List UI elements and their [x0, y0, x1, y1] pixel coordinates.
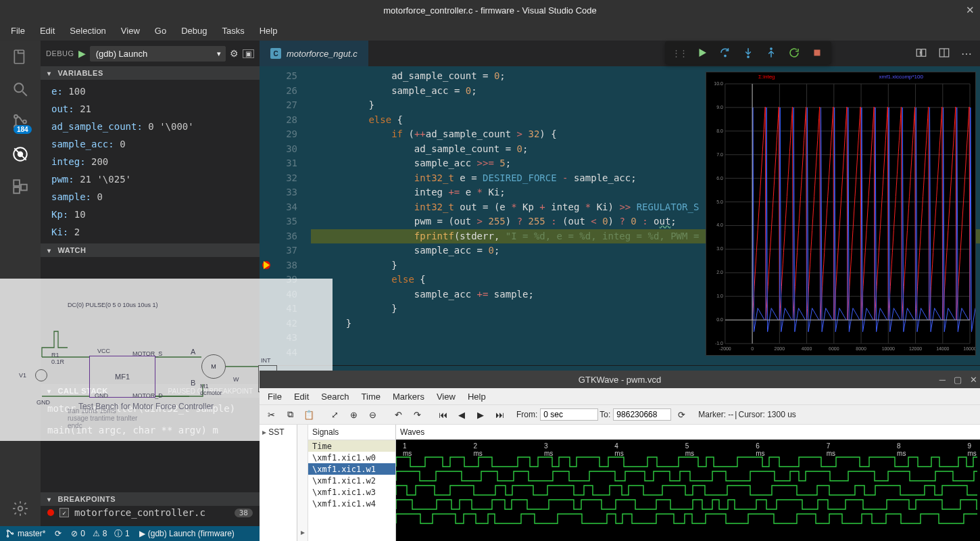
debug-toolbar[interactable]: ⋮⋮ — [665, 41, 831, 64]
variable-row[interactable]: pwm: 21 '\025' — [51, 170, 260, 188]
compare-icon[interactable] — [915, 47, 927, 61]
gtk-max-icon[interactable]: ▢ — [954, 375, 962, 385]
menu-view[interactable]: View — [114, 23, 147, 39]
gtk-menu-file[interactable]: File — [262, 390, 287, 403]
variables-header[interactable]: VARIABLES — [41, 66, 260, 80]
gtk-sst-resize[interactable]: ▸ — [297, 425, 308, 541]
window-close-button[interactable]: ✕ — [966, 4, 975, 16]
variable-row[interactable]: ad_sample_count: 0 '\000' — [51, 118, 260, 135]
step-over-button[interactable] — [715, 43, 735, 62]
debug-console-icon[interactable]: ▣ — [243, 49, 254, 58]
gtk-from-input[interactable] — [540, 408, 598, 421]
svg-text:12000: 12000 — [909, 346, 922, 351]
variable-row[interactable]: e: 100 — [51, 83, 260, 100]
search-icon[interactable] — [11, 80, 30, 99]
gtk-menu-edit[interactable]: Edit — [289, 390, 314, 403]
menubar: File Edit Selection View Go Debug Tasks … — [0, 20, 980, 41]
schematic-vsource-icon — [35, 369, 47, 381]
gtk-min-icon[interactable]: ─ — [939, 375, 946, 385]
breakpoints-header[interactable]: BREAKPOINTS — [41, 492, 260, 506]
svg-text:14000: 14000 — [936, 346, 949, 351]
gtk-menu-help[interactable]: Help — [462, 390, 491, 403]
gtkwave-titlebar: GTKWave - pwm.vcd ─ ▢ ✕ — [260, 371, 980, 388]
gtk-menu-time[interactable]: Time — [356, 390, 386, 403]
status-debug-target[interactable]: ▶ (gdb) Launch (firmware) — [139, 529, 235, 538]
split-editor-icon[interactable] — [938, 47, 950, 61]
gtk-signal-row[interactable]: \xmf1.xic1.w2 — [308, 475, 395, 486]
svg-text:9.0: 9.0 — [716, 105, 723, 110]
menu-file[interactable]: File — [4, 23, 32, 39]
extensions-icon[interactable] — [11, 177, 30, 196]
gtk-paste-icon[interactable]: 📋 — [300, 406, 318, 423]
debug-start-button[interactable]: ▶ — [78, 48, 86, 59]
gtk-close-icon[interactable]: ✕ — [970, 375, 977, 385]
variable-row[interactable]: sample: 0 — [51, 188, 260, 206]
gtk-sst-panel[interactable]: SST — [260, 425, 297, 541]
gtk-zoom-fit-icon[interactable]: ⤢ — [326, 406, 343, 423]
menu-go[interactable]: Go — [148, 23, 173, 39]
debug-settings-icon[interactable]: ⚙ — [230, 48, 239, 59]
svg-text:8000: 8000 — [856, 346, 866, 351]
gtk-menu-search[interactable]: Search — [316, 390, 354, 403]
menu-debug[interactable]: Debug — [174, 23, 214, 39]
gtk-copy-icon[interactable]: ⧉ — [281, 406, 299, 423]
schematic-mf1-block: MF1 — [89, 356, 155, 398]
gtk-next-icon[interactable]: ▶ — [472, 406, 489, 423]
gtk-redo-icon[interactable]: ↷ — [408, 406, 426, 423]
variable-row[interactable]: Kp: 10 — [51, 206, 260, 223]
status-sync[interactable]: ⟳ — [55, 529, 62, 538]
breakpoint-checkbox[interactable]: ✓ — [59, 508, 69, 517]
step-into-button[interactable] — [738, 43, 758, 62]
restart-button[interactable] — [784, 43, 804, 62]
gtk-time-ruler: 1 ms2 ms3 ms4 ms5 ms6 ms7 ms8 ms9 ms — [396, 442, 980, 453]
gtk-last-icon[interactable]: ⏭ — [491, 406, 508, 423]
gtk-reload-icon[interactable]: ⟳ — [672, 406, 690, 423]
svg-text:-1.0: -1.0 — [715, 341, 723, 346]
menu-edit[interactable]: Edit — [33, 23, 62, 39]
gtk-cut-icon[interactable]: ✂ — [262, 406, 280, 423]
gtk-zoom-out-icon[interactable]: ⊖ — [364, 406, 381, 423]
scm-icon[interactable]: 184 — [11, 112, 30, 131]
gtk-signal-row[interactable]: \xmf1.xic1.w0 — [308, 452, 395, 463]
gtk-menu-markers[interactable]: Markers — [387, 390, 430, 403]
tab-filename: motorforce_ngut.c — [287, 49, 358, 59]
gtk-signal-row[interactable]: \xmf1.xic1.w4 — [308, 498, 395, 509]
drag-grip-icon[interactable]: ⋮⋮ — [669, 48, 689, 58]
gtk-first-icon[interactable]: ⏮ — [434, 406, 451, 423]
status-errors[interactable]: ⊘ 0 ⚠ 8 ⓘ 1 — [71, 528, 129, 540]
gtk-zoom-in-icon[interactable]: ⊕ — [345, 406, 362, 423]
svg-rect-7 — [14, 180, 20, 186]
gtk-signal-time[interactable]: Time — [308, 440, 395, 452]
continue-button[interactable] — [692, 43, 712, 62]
breakpoint-row[interactable]: ✓motorforce_controller.c38 — [41, 506, 260, 519]
status-branch[interactable]: master* — [5, 529, 45, 538]
variable-row[interactable]: Ki: 2 — [51, 223, 260, 241]
more-icon[interactable]: ⋯ — [961, 47, 972, 60]
gtk-undo-icon[interactable]: ↶ — [389, 406, 407, 423]
gtk-prev-icon[interactable]: ◀ — [453, 406, 470, 423]
gtkwave-title: GTKWave - pwm.vcd — [579, 375, 661, 385]
gtk-signal-row[interactable]: \xmf1.xic1.w3 — [308, 486, 395, 498]
gtk-to-input[interactable] — [613, 408, 671, 421]
gtk-menu-view[interactable]: View — [431, 390, 461, 403]
tab-motorforce-ngut[interactable]: C motorforce_ngut.c — [260, 41, 368, 66]
step-out-button[interactable] — [761, 43, 781, 62]
variable-row[interactable]: sample_acc: 0 — [51, 135, 260, 153]
settings-gear-icon[interactable] — [11, 499, 30, 518]
menu-tasks[interactable]: Tasks — [215, 23, 251, 39]
gtk-signal-row[interactable]: \xmf1.xic1.w1 — [308, 463, 395, 475]
debug-config-select[interactable]: (gdb) Launch ▾ — [90, 46, 226, 62]
explorer-icon[interactable] — [11, 47, 30, 66]
stop-button[interactable] — [807, 43, 827, 62]
variable-row[interactable]: out: 21 — [51, 100, 260, 118]
svg-rect-0 — [14, 50, 24, 64]
gtk-signals-panel[interactable]: Signals Time \xmf1.xic1.w0\xmf1.xic1.w1\… — [308, 425, 396, 541]
menu-help[interactable]: Help — [253, 23, 285, 39]
svg-rect-9 — [21, 185, 27, 191]
menu-selection[interactable]: Selection — [63, 23, 112, 39]
debug-icon[interactable] — [11, 145, 30, 164]
gtkwave-window[interactable]: GTKWave - pwm.vcd ─ ▢ ✕ File Edit Search… — [260, 371, 980, 541]
watch-header[interactable]: WATCH — [41, 243, 260, 257]
gtk-waves-panel[interactable]: Waves 1 ms2 ms3 ms4 ms5 ms6 ms7 ms8 ms9 … — [396, 425, 980, 541]
variable-row[interactable]: integ: 200 — [51, 153, 260, 170]
